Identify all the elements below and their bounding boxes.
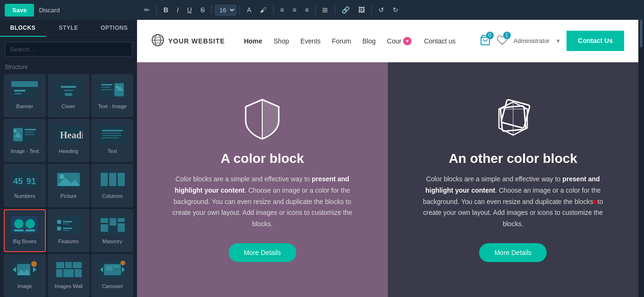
svg-rect-67 — [73, 262, 82, 268]
website-header: YOUR WEBSITE Home Shop Events Forum Blog… — [137, 20, 638, 62]
block-item-carousel[interactable]: Carousel — [91, 254, 133, 297]
nav-contact-us[interactable]: Contact us — [424, 37, 455, 45]
svg-text:91: 91 — [26, 177, 36, 186]
toolbar-strikethrough-btn[interactable]: S — [197, 4, 208, 16]
block-label-image-text: Image - Text — [10, 148, 39, 154]
block-item-columns[interactable]: Columns — [91, 164, 133, 207]
block-item-heading[interactable]: Heading Heading — [48, 119, 90, 162]
block-item-picture[interactable]: Picture — [48, 164, 90, 207]
toolbar-divider-5 — [315, 5, 316, 15]
color-blocks: A color block Color blocks are a simple … — [137, 62, 638, 297]
svg-rect-69 — [63, 269, 74, 277]
block-item-image[interactable]: Image — [4, 254, 46, 297]
toolbar-italic-btn[interactable]: I — [173, 4, 182, 16]
svg-rect-70 — [75, 269, 82, 277]
toolbar-bold-btn[interactable]: B — [160, 4, 172, 16]
toolbar-image-btn[interactable]: 🖼 — [355, 4, 368, 16]
search-box — [5, 42, 132, 57]
toolbar-ul-btn[interactable]: ≡ — [277, 4, 287, 16]
svg-rect-68 — [56, 269, 62, 277]
toolbar-divider-7 — [371, 5, 372, 15]
save-bar: Save Discard — [0, 0, 137, 20]
block-item-image-text[interactable]: Image - Text — [4, 119, 46, 162]
block-icon-images-wall — [53, 259, 84, 280]
toolbar-highlight-btn[interactable]: 🖌 — [257, 4, 270, 16]
block-label-image: Image — [17, 283, 32, 289]
svg-rect-10 — [101, 87, 111, 88]
nav-home[interactable]: Home — [244, 37, 262, 45]
save-button[interactable]: Save — [5, 4, 34, 17]
toolbar-underline-btn[interactable]: U — [184, 4, 195, 16]
globe-icon — [151, 34, 164, 49]
svg-rect-57 — [118, 223, 125, 232]
tab-blocks[interactable]: BLOCKS — [0, 20, 46, 37]
cart-icon-wrap[interactable]: 0 — [480, 34, 491, 48]
site-nav: Home Shop Events Forum Blog Cour Contact… — [244, 36, 480, 46]
contact-us-button[interactable]: Contact Us — [567, 31, 624, 51]
svg-point-18 — [14, 129, 17, 132]
svg-rect-56 — [101, 224, 108, 232]
toolbar-ol-btn[interactable]: ≡ — [289, 4, 300, 16]
tab-options[interactable]: OPTIONS — [91, 20, 137, 37]
structure-label: Structure — [0, 61, 137, 74]
block-label-numbers: Numbers — [14, 193, 35, 199]
left-panel: Save Discard BLOCKS STYLE OPTIONS Struct… — [0, 0, 137, 297]
svg-rect-51 — [63, 230, 69, 231]
svg-point-14 — [116, 85, 119, 88]
block-icon-big-boxes — [9, 214, 40, 236]
search-input[interactable] — [5, 42, 132, 57]
block-icon-columns — [97, 169, 128, 190]
block-item-masonry[interactable]: Masonry — [91, 209, 133, 252]
svg-rect-24 — [99, 126, 126, 143]
wishlist-icon-wrap[interactable]: 1 — [497, 34, 508, 48]
site-logo: YOUR WEBSITE — [151, 34, 225, 49]
svg-rect-66 — [65, 262, 72, 268]
nav-shop[interactable]: Shop — [274, 37, 289, 45]
toolbar-redo-btn[interactable]: ↻ — [389, 4, 402, 16]
svg-rect-48 — [63, 223, 69, 224]
svg-rect-55 — [118, 218, 125, 222]
block-item-big-boxes[interactable]: Big Boxes — [4, 209, 46, 252]
block-item-banner[interactable]: Banner — [4, 74, 46, 117]
block-1-more-details-button[interactable]: More Details — [229, 243, 296, 262]
block-icon-image-text — [9, 124, 40, 145]
block-icon-masonry — [97, 214, 128, 236]
toolbar-undo-btn[interactable]: ↺ — [375, 4, 387, 16]
block-icon-heading: Heading — [53, 124, 84, 145]
toolbar-table-btn[interactable]: ⊞ — [319, 4, 331, 16]
discard-button[interactable]: Discard — [39, 7, 60, 14]
wishlist-badge: 1 — [503, 32, 511, 39]
block-label-text: Text — [108, 148, 117, 154]
block-2-more-details-button[interactable]: More Details — [479, 243, 547, 262]
svg-rect-65 — [56, 262, 64, 268]
block-label-text-image: Text - Image — [98, 103, 127, 109]
svg-rect-47 — [63, 221, 72, 222]
block-item-cover[interactable]: Cover — [48, 74, 90, 117]
nav-forum[interactable]: Forum — [332, 37, 351, 45]
svg-rect-77 — [114, 269, 118, 270]
svg-rect-6 — [64, 90, 73, 91]
admin-dropdown[interactable]: Administrator — [514, 37, 550, 44]
toolbar-pencil-btn[interactable]: ✏ — [141, 4, 153, 16]
toolbar-link-btn[interactable]: 🔗 — [338, 4, 353, 16]
nav-blog[interactable]: Blog — [362, 37, 376, 45]
font-size-select[interactable]: 16 — [215, 5, 236, 16]
nav-events[interactable]: Events — [301, 37, 321, 45]
svg-rect-75 — [106, 266, 112, 271]
block-icon-features — [53, 214, 84, 236]
block-1-heading: A color block — [221, 151, 304, 166]
svg-point-72 — [120, 261, 125, 265]
block-item-features[interactable]: Features — [48, 209, 90, 252]
block-item-text-image[interactable]: Text - Image — [91, 74, 133, 117]
nav-courses[interactable]: Cour — [387, 36, 412, 46]
toolbar-font-color-btn[interactable]: A — [243, 4, 254, 16]
block-label-picture: Picture — [60, 193, 77, 199]
svg-rect-25 — [102, 130, 123, 131]
tab-style[interactable]: STYLE — [46, 20, 92, 37]
toolbar-align-btn[interactable]: ≡ — [301, 4, 312, 16]
svg-rect-54 — [110, 218, 116, 226]
block-item-numbers[interactable]: 45 91 Numbers — [4, 164, 46, 207]
block-item-images-wall[interactable]: Images Wall — [48, 254, 90, 297]
block-label-big-boxes: Big Boxes — [13, 238, 37, 244]
block-item-text[interactable]: Text — [91, 119, 133, 162]
